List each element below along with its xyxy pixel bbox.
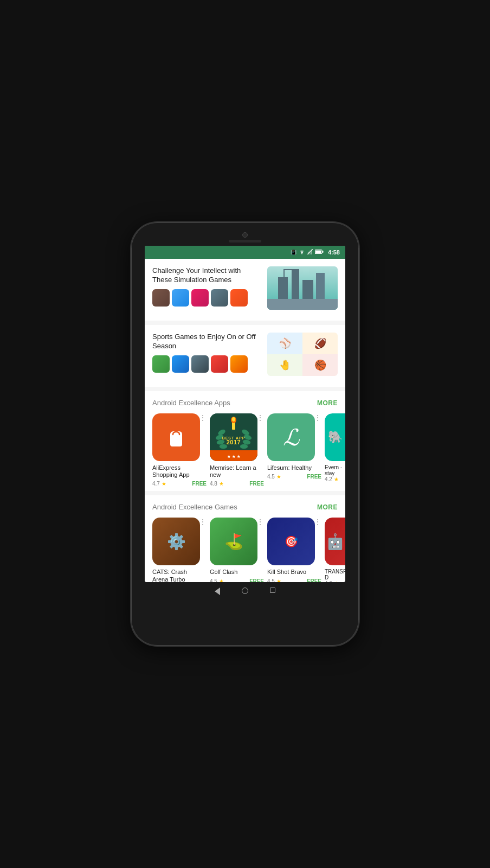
simulation-title: Challenge Your Intellect with These Simu… bbox=[152, 266, 262, 285]
aliexpress-price: FREE bbox=[192, 481, 207, 487]
trans-emoji: 🤖 bbox=[326, 533, 345, 551]
lifesum-price: FREE bbox=[307, 474, 321, 480]
svg-point-17 bbox=[240, 444, 248, 449]
svg-text:★ ★ ★: ★ ★ ★ bbox=[227, 455, 241, 458]
excellence-games-title: Android Excellence Games bbox=[152, 503, 237, 511]
app-item-memrise[interactable]: BEST APP 2017 ★ ★ ★ ⋮ Memris bbox=[210, 413, 264, 487]
memrise-menu[interactable]: ⋮ bbox=[256, 413, 264, 422]
app-item-golf[interactable]: ⛳ ⋮ Golf Clash 4.5 ★ FREE bbox=[210, 518, 264, 582]
lifesum-rating: 4.5 ★ bbox=[267, 474, 281, 480]
signal-icon bbox=[307, 249, 313, 256]
golf-name: Golf Clash bbox=[210, 569, 264, 576]
memrise-name: Memrise: Learn a new bbox=[210, 464, 264, 478]
memrise-rating: 4.8 ★ bbox=[210, 481, 224, 487]
mini-icon-sim-4[interactable] bbox=[211, 289, 228, 307]
app-item-killshot[interactable]: 🎯 ⋮ Kill Shot Bravo 4.5 ★ FREE bbox=[267, 518, 321, 582]
killshot-meta: 4.5 ★ FREE bbox=[267, 578, 321, 582]
transformers-name: TRANSFORMERS: D bbox=[325, 569, 345, 580]
mini-icon-sp-1[interactable] bbox=[152, 355, 170, 373]
sports-row: Sports Games to Enjoy On or Off Season ⚾ bbox=[145, 333, 345, 382]
transformers-rating: 4.6 ★ bbox=[325, 580, 345, 582]
aliexpress-rating: 4.7 ★ bbox=[152, 481, 166, 487]
cats-menu[interactable]: ⋮ bbox=[199, 518, 207, 526]
killshot-rating: 4.5 ★ bbox=[267, 578, 281, 582]
evernote-rating: 4.2 ★ bbox=[325, 476, 345, 482]
lifesum-name: Lifesum: Healthy bbox=[267, 464, 321, 471]
golf-menu[interactable]: ⋮ bbox=[256, 518, 264, 526]
mini-icon-sp-3[interactable] bbox=[191, 355, 209, 373]
phone-screen: 📳 bbox=[145, 246, 345, 582]
wifi-icon bbox=[299, 249, 305, 256]
mini-icon-sp-5[interactable] bbox=[230, 355, 248, 373]
sports-cell-cricket: 🤚 bbox=[267, 354, 302, 376]
aliexpress-meta: 4.7 ★ FREE bbox=[152, 481, 207, 487]
status-bar: 📳 bbox=[145, 246, 345, 259]
memrise-icon[interactable]: BEST APP 2017 ★ ★ ★ bbox=[210, 413, 257, 461]
vibrate-icon: 📳 bbox=[291, 250, 296, 255]
app-item-evernote[interactable]: 🐘 Evern - stay 4.2 ★ bbox=[325, 413, 345, 487]
svg-point-0 bbox=[301, 253, 302, 254]
killshot-menu[interactable]: ⋮ bbox=[314, 518, 321, 526]
battery-icon bbox=[315, 249, 324, 256]
back-button[interactable] bbox=[215, 588, 220, 595]
killshot-emoji: 🎯 bbox=[285, 535, 298, 548]
aliexpress-icon[interactable] bbox=[152, 413, 200, 461]
golf-rating: 4.5 ★ bbox=[210, 578, 224, 582]
killshot-price: FREE bbox=[307, 578, 321, 582]
golf-icon[interactable]: ⛳ bbox=[210, 518, 257, 565]
excellence-apps-title: Android Excellence Apps bbox=[152, 399, 230, 407]
svg-rect-6 bbox=[322, 251, 323, 253]
killshot-icon[interactable]: 🎯 bbox=[267, 518, 315, 565]
lifesum-icon[interactable]: ℒ bbox=[267, 413, 315, 461]
sports-cell-baseball: ⚾ bbox=[267, 333, 302, 354]
svg-text:2017: 2017 bbox=[227, 439, 241, 445]
app-item-aliexpress[interactable]: ⋮ AliExpress Shopping App 4.7 ★ FREE bbox=[152, 413, 207, 487]
svg-point-20 bbox=[232, 417, 235, 422]
app-item-cats[interactable]: ⚙️ ⋮ CATS: Crash Arena Turbo 4.6 ★ FREE bbox=[152, 518, 207, 582]
simulation-section: Challenge Your Intellect with These Simu… bbox=[145, 259, 345, 321]
mini-icon-sp-4[interactable] bbox=[211, 355, 228, 373]
mini-icon-sim-5[interactable] bbox=[230, 289, 248, 307]
screen-content[interactable]: Challenge Your Intellect with These Simu… bbox=[145, 259, 345, 582]
excellence-apps-section: Android Excellence Apps MORE bbox=[145, 391, 345, 491]
lifesum-meta: 4.5 ★ FREE bbox=[267, 474, 321, 480]
excellence-apps-header: Android Excellence Apps MORE bbox=[145, 399, 345, 407]
bottom-navigation bbox=[215, 588, 275, 595]
earpiece bbox=[229, 240, 261, 242]
aliexpress-menu[interactable]: ⋮ bbox=[199, 413, 207, 422]
mini-icon-sim-2[interactable] bbox=[172, 289, 189, 307]
status-icons: 📳 bbox=[291, 249, 340, 256]
simulation-row: Challenge Your Intellect with These Simu… bbox=[145, 266, 345, 316]
memrise-meta: 4.8 ★ FREE bbox=[210, 481, 264, 487]
excellence-games-more[interactable]: MORE bbox=[317, 503, 338, 511]
status-time: 4:58 bbox=[328, 249, 340, 256]
app-item-transformers[interactable]: 🤖 TRANSFORMERS: D 4.6 ★ bbox=[325, 518, 345, 582]
sports-cell-basketball: 🏀 bbox=[302, 354, 338, 376]
evernote-icon[interactable]: 🐘 bbox=[325, 413, 345, 461]
golf-meta: 4.5 ★ FREE bbox=[210, 578, 264, 582]
killshot-name: Kill Shot Bravo bbox=[267, 569, 321, 576]
excellence-games-list: ⚙️ ⋮ CATS: Crash Arena Turbo 4.6 ★ FREE bbox=[145, 518, 345, 582]
transformers-icon[interactable]: 🤖 bbox=[325, 518, 345, 565]
simulation-text: Challenge Your Intellect with These Simu… bbox=[152, 266, 262, 307]
mini-icon-sp-2[interactable] bbox=[172, 355, 189, 373]
cats-name: CATS: Crash Arena Turbo bbox=[152, 569, 207, 582]
sports-image[interactable]: ⚾ 🏈 🤚 🏀 bbox=[267, 333, 338, 376]
golf-price: FREE bbox=[249, 578, 264, 582]
front-camera bbox=[242, 232, 248, 238]
phone-device: 📳 bbox=[131, 222, 359, 646]
home-button[interactable] bbox=[242, 588, 248, 594]
aliexpress-name: AliExpress Shopping App bbox=[152, 464, 207, 478]
excellence-games-section: Android Excellence Games MORE ⚙️ ⋮ bbox=[145, 495, 345, 582]
simulation-image[interactable] bbox=[267, 266, 338, 310]
lifesum-menu[interactable]: ⋮ bbox=[314, 413, 321, 422]
sports-text: Sports Games to Enjoy On or Off Season bbox=[152, 333, 262, 373]
cats-icon[interactable]: ⚙️ bbox=[152, 518, 200, 565]
recent-button[interactable] bbox=[270, 588, 275, 593]
memrise-price: FREE bbox=[249, 481, 264, 487]
app-item-lifesum[interactable]: ℒ ⋮ Lifesum: Healthy 4.5 ★ FREE bbox=[267, 413, 321, 487]
mini-icon-sim-1[interactable] bbox=[152, 289, 170, 307]
excellence-apps-more[interactable]: MORE bbox=[317, 399, 338, 407]
mini-icon-sim-3[interactable] bbox=[191, 289, 209, 307]
golf-emoji: ⛳ bbox=[224, 533, 243, 551]
